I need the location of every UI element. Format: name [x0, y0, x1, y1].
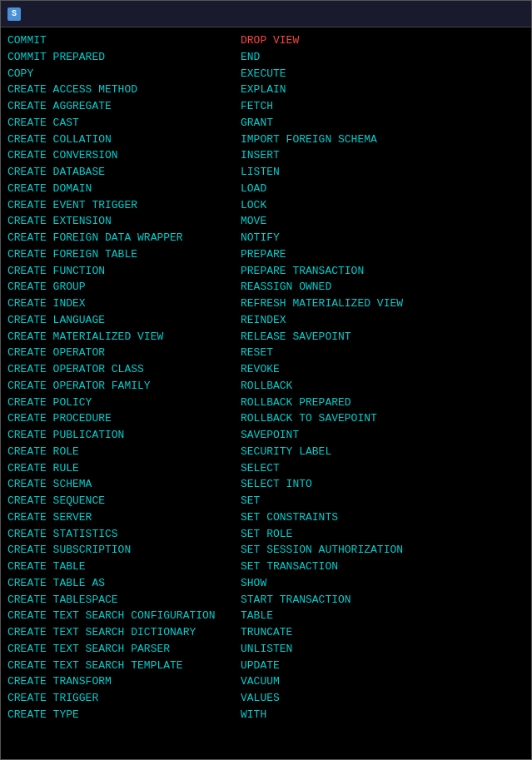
list-item: CREATE PUBLICATION — [7, 427, 241, 444]
maximize-button[interactable] — [475, 6, 498, 22]
commands-area: COMMITCOMMIT PREPAREDCOPYCREATE ACCESS M… — [1, 27, 531, 759]
list-item: CREATE EXTENSION — [7, 213, 241, 230]
list-item: COPY — [7, 66, 241, 82]
list-item: CREATE INDEX — [7, 296, 241, 312]
list-item: CREATE LANGUAGE — [7, 312, 241, 329]
list-item: RELEASE SAVEPOINT — [241, 329, 474, 345]
list-item: FETCH — [241, 98, 474, 115]
list-item: UNLISTEN — [241, 641, 474, 658]
list-item: REINDEX — [241, 312, 474, 329]
list-item: CREATE FOREIGN TABLE — [7, 246, 241, 263]
list-item: LOCK — [241, 197, 474, 214]
list-item: CREATE PROCEDURE — [7, 410, 241, 427]
close-button[interactable] — [501, 6, 525, 22]
list-item: CREATE STATISTICS — [7, 526, 241, 543]
list-item: RESET — [241, 345, 474, 361]
list-item: CREATE MATERIALIZED VIEW — [7, 329, 241, 345]
list-item: TRUNCATE — [241, 624, 474, 641]
list-item: ROLLBACK PREPARED — [241, 395, 474, 411]
list-item: UPDATE — [241, 658, 474, 674]
content-columns: COMMITCOMMIT PREPAREDCOPYCREATE ACCESS M… — [1, 27, 531, 759]
list-item: CREATE CAST — [7, 115, 241, 132]
list-item: GRANT — [241, 115, 474, 132]
list-item: CREATE SERVER — [7, 509, 241, 526]
list-item: MOVE — [241, 213, 474, 230]
list-item: CREATE DOMAIN — [7, 181, 241, 197]
list-item: SELECT — [241, 460, 474, 477]
list-item: CREATE SCHEMA — [7, 476, 241, 493]
list-item: CREATE FUNCTION — [7, 263, 241, 280]
list-item: SET TRANSACTION — [241, 559, 474, 575]
list-item: CREATE SUBSCRIPTION — [7, 542, 241, 559]
list-item: SECURITY LABEL — [241, 444, 474, 460]
list-item: SHOW — [241, 575, 474, 592]
list-item: CREATE ACCESS METHOD — [7, 82, 241, 98]
list-item: PREPARE TRANSACTION — [241, 263, 474, 280]
list-item: VACUUM — [241, 673, 474, 690]
list-item: SET ROLE — [241, 526, 474, 543]
right-column: DROP VIEWENDEXECUTEEXPLAINFETCHGRANTIMPO… — [241, 32, 474, 754]
list-item: CREATE RULE — [7, 460, 241, 477]
list-item: EXPLAIN — [241, 82, 474, 98]
list-item: INSERT — [241, 147, 474, 164]
list-item: CREATE TEXT SEARCH PARSER — [7, 641, 241, 658]
list-item: SET SESSION AUTHORIZATION — [241, 542, 474, 559]
list-item: CREATE OPERATOR — [7, 345, 241, 361]
list-item: REVOKE — [241, 361, 474, 378]
list-item: CREATE TRANSFORM — [7, 673, 241, 690]
list-item: LOAD — [241, 181, 474, 197]
list-item: IMPORT FOREIGN SCHEMA — [241, 132, 474, 148]
list-item: NOTIFY — [241, 230, 474, 246]
minimize-button[interactable] — [448, 6, 471, 22]
list-item: VALUES — [241, 690, 474, 707]
list-item: TABLE — [241, 608, 474, 624]
list-item: CREATE TEXT SEARCH DICTIONARY — [7, 624, 241, 641]
list-item: REASSIGN OWNED — [241, 279, 474, 296]
list-item: CREATE OPERATOR CLASS — [7, 361, 241, 378]
list-item: CREATE FOREIGN DATA WRAPPER — [7, 230, 241, 246]
list-item: CREATE EVENT TRIGGER — [7, 197, 241, 214]
list-item: CREATE TABLESPACE — [7, 592, 241, 608]
list-item: LISTEN — [241, 164, 474, 181]
list-item: EXECUTE — [241, 66, 474, 82]
list-item: ROLLBACK TO SAVEPOINT — [241, 410, 474, 427]
list-item: SET CONSTRAINTS — [241, 509, 474, 526]
list-item: CREATE SEQUENCE — [7, 493, 241, 509]
app-icon: S — [7, 7, 21, 21]
list-item: CREATE GROUP — [7, 279, 241, 296]
list-item: DROP VIEW — [241, 32, 474, 49]
list-item: CREATE TABLE AS — [7, 575, 241, 592]
list-item: COMMIT — [7, 32, 241, 49]
list-item: CREATE TABLE — [7, 559, 241, 575]
list-item: SELECT INTO — [241, 476, 474, 493]
list-item: SET — [241, 493, 474, 509]
list-item: CREATE DATABASE — [7, 164, 241, 181]
list-item: WITH — [241, 707, 474, 723]
list-item: SAVEPOINT — [241, 427, 474, 444]
list-item: START TRANSACTION — [241, 592, 474, 608]
list-item: CREATE CONVERSION — [7, 147, 241, 164]
list-item: END — [241, 49, 474, 66]
left-column: COMMITCOMMIT PREPAREDCOPYCREATE ACCESS M… — [7, 32, 241, 754]
window-controls — [448, 6, 525, 22]
list-item: CREATE ROLE — [7, 444, 241, 460]
list-item: CREATE TRIGGER — [7, 690, 241, 707]
list-item: ROLLBACK — [241, 378, 474, 395]
list-item: CREATE COLLATION — [7, 132, 241, 148]
list-item: CREATE POLICY — [7, 395, 241, 411]
list-item: PREPARE — [241, 246, 474, 263]
list-item: CREATE TYPE — [7, 707, 241, 723]
list-item: CREATE TEXT SEARCH TEMPLATE — [7, 658, 241, 674]
list-item: COMMIT PREPARED — [7, 49, 241, 66]
title-bar: S — [1, 1, 531, 27]
list-item: CREATE OPERATOR FAMILY — [7, 378, 241, 395]
list-item: REFRESH MATERIALIZED VIEW — [241, 296, 474, 312]
list-item: CREATE AGGREGATE — [7, 98, 241, 115]
list-item: CREATE TEXT SEARCH CONFIGURATION — [7, 608, 241, 624]
main-window: S COMMITCOMMIT PREPAREDCOPYCREATE ACCESS… — [0, 0, 532, 760]
